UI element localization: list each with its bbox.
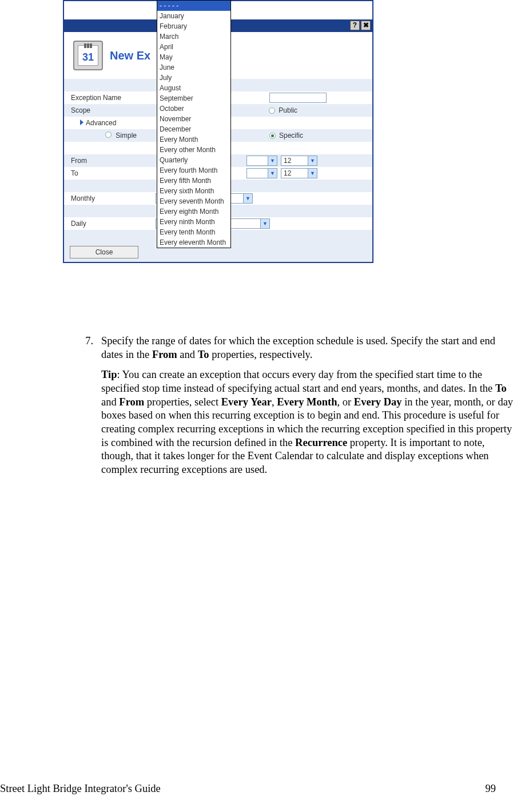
dropdown-option[interactable]: November (157, 114, 230, 124)
dropdown-option[interactable]: Every ninth Month (157, 217, 230, 227)
label-simple: Simple (116, 132, 137, 140)
radio-simple[interactable] (105, 132, 112, 138)
close-button[interactable]: Close (70, 246, 138, 258)
dropdown-option[interactable]: February (157, 21, 230, 31)
calendar-icon-day: 31 (78, 51, 98, 63)
from-select-2[interactable]: ▼ (246, 156, 277, 166)
dialog-title: New Ex (110, 49, 150, 62)
expand-icon (80, 120, 83, 125)
radio-public[interactable] (269, 108, 275, 114)
chevron-down-icon: ▼ (268, 156, 277, 165)
dropdown-option[interactable]: July (157, 73, 230, 83)
exception-dialog: - - - - -JanuaryFebruaryMarchAprilMayJun… (63, 0, 373, 263)
chevron-down-icon: ▼ (260, 219, 269, 228)
dropdown-option[interactable]: January (157, 11, 230, 21)
to-select-2[interactable]: ▼ (246, 168, 277, 178)
dropdown-option[interactable]: Every seventh Month (157, 196, 230, 206)
label-specific: Specific (279, 132, 303, 140)
dropdown-option[interactable]: Every Month (157, 134, 230, 145)
dropdown-option[interactable]: Every fourth Month (157, 165, 230, 176)
chevron-down-icon: ▼ (308, 156, 317, 165)
close-icon[interactable]: ✖ (361, 21, 371, 30)
dropdown-option[interactable]: Every sixth Month (157, 186, 230, 196)
label-exception-name: Exception Name (64, 94, 156, 102)
label-advanced[interactable]: Advanced (64, 119, 156, 127)
dropdown-option[interactable]: October (157, 104, 230, 114)
to-select-3[interactable]: 12▼ (281, 168, 317, 178)
instruction-text: 7. Specify the range of dates for which … (77, 335, 513, 485)
footer-page-number: 99 (486, 783, 496, 795)
dropdown-option[interactable]: Every fifth Month (157, 176, 230, 186)
label-to: To (64, 169, 156, 177)
help-icon[interactable]: ? (350, 21, 360, 30)
dropdown-option[interactable]: Every other Month (157, 145, 230, 155)
month-dropdown-list[interactable]: - - - - -JanuaryFebruaryMarchAprilMayJun… (157, 0, 231, 248)
page-footer: Street Light Bridge Integrator's Guide 9… (0, 783, 513, 795)
chevron-down-icon: ▼ (308, 169, 317, 178)
chevron-down-icon: ▼ (268, 169, 277, 178)
dropdown-option[interactable]: December (157, 124, 230, 134)
dropdown-option[interactable]: Every tenth Month (157, 227, 230, 237)
dropdown-option[interactable]: Every eleventh Month (157, 237, 230, 248)
row-simple-specific: Simple (64, 132, 156, 140)
dropdown-option[interactable]: - - - - - (157, 1, 230, 11)
radio-specific[interactable] (269, 133, 276, 139)
exception-name-input[interactable] (269, 93, 327, 103)
label-from: From (64, 157, 156, 165)
dropdown-option[interactable]: March (157, 31, 230, 42)
from-select-3[interactable]: 12▼ (281, 156, 317, 166)
dropdown-option[interactable]: May (157, 52, 230, 62)
label-public: Public (279, 106, 297, 114)
step-number: 7. (77, 335, 101, 477)
dropdown-option[interactable]: August (157, 83, 230, 93)
chevron-down-icon: ▼ (243, 194, 252, 203)
label-scope: Scope (64, 106, 156, 114)
dropdown-option[interactable]: June (157, 62, 230, 73)
dropdown-option[interactable]: Every eighth Month (157, 206, 230, 217)
label-monthly: Monthly (64, 194, 156, 202)
calendar-icon: 31 (73, 41, 103, 70)
label-daily: Daily (64, 220, 156, 228)
dropdown-option[interactable]: Quarterly (157, 155, 230, 165)
dropdown-option[interactable]: April (157, 42, 230, 52)
footer-title: Street Light Bridge Integrator's Guide (0, 783, 161, 795)
dropdown-option[interactable]: September (157, 93, 230, 104)
